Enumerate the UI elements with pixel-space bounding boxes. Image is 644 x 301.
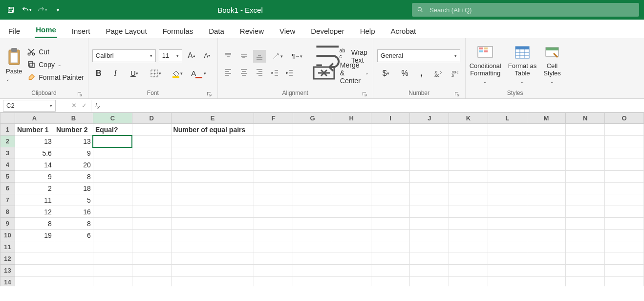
cell-J4[interactable] — [410, 159, 449, 171]
undo-button[interactable]: ▾ — [21, 4, 32, 16]
cell-M12[interactable] — [527, 253, 566, 265]
cell-G14[interactable] — [293, 277, 332, 287]
cell-B13[interactable] — [54, 265, 93, 277]
increase-font-button[interactable]: A▴ — [185, 49, 198, 62]
cell-N1[interactable] — [566, 124, 605, 136]
row-header-12[interactable]: 12 — [0, 253, 15, 265]
cell-J14[interactable] — [410, 277, 449, 287]
cell-O6[interactable] — [605, 183, 644, 194]
save-button[interactable] — [5, 4, 17, 16]
cell-G1[interactable] — [293, 124, 332, 136]
cell-N4[interactable] — [566, 159, 605, 171]
cell-A8[interactable]: 12 — [15, 206, 54, 218]
cell-C11[interactable] — [93, 241, 132, 253]
tab-review[interactable]: Review — [239, 23, 265, 38]
cell-O10[interactable] — [605, 230, 644, 241]
number-format-combo[interactable]: General▾ — [377, 49, 460, 62]
cell-J12[interactable] — [410, 253, 449, 265]
decrease-font-button[interactable]: A▾ — [201, 49, 214, 62]
cell-J11[interactable] — [410, 241, 449, 253]
row-header-2[interactable]: 2 — [0, 136, 15, 147]
merge-center-button[interactable]: Merge & Center ⌄ — [311, 67, 369, 79]
formula-input[interactable] — [104, 100, 644, 112]
row-header-8[interactable]: 8 — [0, 206, 15, 218]
cell-K9[interactable] — [449, 218, 488, 230]
cell-M4[interactable] — [527, 159, 566, 171]
cell-I8[interactable] — [371, 206, 410, 218]
row-header-5[interactable]: 5 — [0, 171, 15, 183]
search-box[interactable]: Search (Alt+Q) — [412, 3, 639, 17]
cancel-formula-button[interactable]: ✕ — [71, 102, 77, 109]
cell-M8[interactable] — [527, 206, 566, 218]
cell-I11[interactable] — [371, 241, 410, 253]
cell-I1[interactable] — [371, 124, 410, 136]
col-header-C[interactable]: C — [93, 113, 132, 124]
cell-K8[interactable] — [449, 206, 488, 218]
cell-I4[interactable] — [371, 159, 410, 171]
cell-I12[interactable] — [371, 253, 410, 265]
cell-C8[interactable] — [93, 206, 132, 218]
cell-O4[interactable] — [605, 159, 644, 171]
row-header-6[interactable]: 6 — [0, 183, 15, 194]
cell-G7[interactable] — [293, 194, 332, 206]
accounting-format-button[interactable]: $ ▾ — [377, 67, 395, 80]
cell-I6[interactable] — [371, 183, 410, 194]
cell-H11[interactable] — [332, 241, 371, 253]
decrease-indent-button[interactable] — [269, 67, 281, 79]
cell-H13[interactable] — [332, 265, 371, 277]
row-header-14[interactable]: 14 — [0, 277, 15, 287]
increase-decimal-button[interactable]: .0.00 — [432, 67, 445, 80]
cell-F12[interactable] — [254, 253, 293, 265]
cell-H14[interactable] — [332, 277, 371, 287]
font-dialog-launcher[interactable] — [206, 91, 213, 97]
cell-N8[interactable] — [566, 206, 605, 218]
cell-O12[interactable] — [605, 253, 644, 265]
cell-M9[interactable] — [527, 218, 566, 230]
cell-D3[interactable] — [132, 147, 171, 159]
col-header-K[interactable]: K — [449, 113, 488, 124]
cell-H9[interactable] — [332, 218, 371, 230]
cell-O3[interactable] — [605, 147, 644, 159]
cell-H6[interactable] — [332, 183, 371, 194]
cell-A4[interactable]: 14 — [15, 159, 54, 171]
row-header-1[interactable]: 1 — [0, 124, 15, 136]
cell-F13[interactable] — [254, 265, 293, 277]
row-header-3[interactable]: 3 — [0, 147, 15, 159]
cell-F3[interactable] — [254, 147, 293, 159]
col-header-N[interactable]: N — [566, 113, 605, 124]
select-all-corner[interactable] — [0, 113, 15, 124]
tab-file[interactable]: File — [7, 23, 21, 38]
cell-J2[interactable] — [410, 136, 449, 147]
bold-button[interactable]: B — [92, 67, 105, 80]
underline-button[interactable]: U ▾ — [126, 67, 143, 80]
cell-F6[interactable] — [254, 183, 293, 194]
cell-A14[interactable] — [15, 277, 54, 287]
cell-J1[interactable] — [410, 124, 449, 136]
cell-H4[interactable] — [332, 159, 371, 171]
cell-B10[interactable]: 6 — [54, 230, 93, 241]
cell-J8[interactable] — [410, 206, 449, 218]
paste-button[interactable]: Paste⌄ — [6, 68, 22, 82]
cell-C7[interactable] — [93, 194, 132, 206]
cell-J10[interactable] — [410, 230, 449, 241]
cell-K7[interactable] — [449, 194, 488, 206]
cell-B11[interactable] — [54, 241, 93, 253]
cell-L9[interactable] — [488, 218, 527, 230]
cell-A9[interactable]: 8 — [15, 218, 54, 230]
cell-G8[interactable] — [293, 206, 332, 218]
cell-G3[interactable] — [293, 147, 332, 159]
cell-F10[interactable] — [254, 230, 293, 241]
cell-E12[interactable] — [171, 253, 254, 265]
cell-J6[interactable] — [410, 183, 449, 194]
cell-E1[interactable]: Number of equal pairs — [171, 124, 254, 136]
cut-button[interactable]: Cut — [27, 47, 84, 56]
cell-G6[interactable] — [293, 183, 332, 194]
italic-button[interactable]: I — [109, 67, 122, 80]
col-header-H[interactable]: H — [332, 113, 371, 124]
cell-A6[interactable]: 2 — [15, 183, 54, 194]
fill-color-button[interactable]: ▾ — [169, 67, 186, 80]
cell-H12[interactable] — [332, 253, 371, 265]
cell-C5[interactable] — [93, 171, 132, 183]
font-color-button[interactable]: A▾ — [190, 67, 208, 80]
row-header-4[interactable]: 4 — [0, 159, 15, 171]
